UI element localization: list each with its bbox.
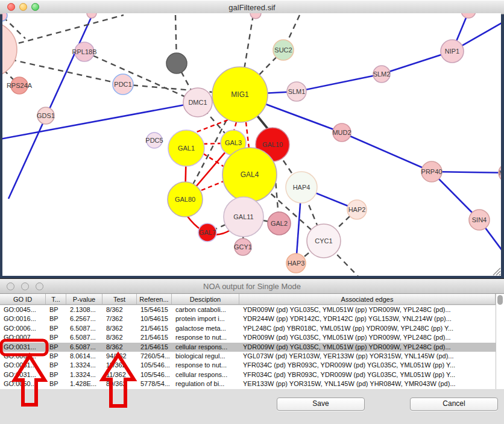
table-cell: BP: [46, 370, 66, 379]
table-row[interactable]: GO:0007...BP6.5087...8/36221/54615respon…: [0, 333, 496, 342]
node-label: SIN4: [472, 216, 487, 223]
table-cell: 21/54615: [137, 333, 172, 342]
node-label: PRP40: [421, 168, 443, 175]
node-label: HAP4: [293, 184, 310, 191]
table-cell: 94/362: [102, 352, 137, 361]
table-header: GO IDT...P-valueTestReferen...Desciption…: [0, 294, 496, 305]
table-cell: YFR034C (pd) YBR093C, YDR009W (pd) YGL03…: [239, 361, 496, 370]
node-label: PDC1: [114, 81, 131, 88]
node-unlabeled[interactable]: [166, 53, 187, 73]
table-cell: GO:0007...: [0, 333, 46, 342]
node-unlabeled[interactable]: [0, 10, 7, 21]
node-unlabeled[interactable]: [250, 8, 261, 19]
noa-window-title: NOA output for Single Mode: [203, 282, 301, 291]
column-header[interactable]: Desciption: [172, 294, 239, 304]
node-label: GDS1: [37, 112, 55, 119]
results-table: GO:0045...BP2.1308...8/36215/54615carbon…: [0, 305, 496, 389]
column-header[interactable]: T...: [46, 294, 66, 304]
window-controls-inactive: [7, 282, 43, 290]
zoom-icon[interactable]: [36, 282, 43, 290]
table-cell: 11/362: [102, 370, 137, 379]
vertical-scrollbar[interactable]: [496, 294, 504, 389]
node-label: GAL10: [262, 141, 283, 148]
table-row[interactable]: GO:0016...BP6.2567...7/36210/54615protei…: [0, 314, 496, 323]
table-cell: response to nut...: [172, 361, 239, 370]
table-cell: 1.428E...: [66, 379, 102, 388]
table-cell: 80/362: [102, 379, 137, 388]
table-cell: 8/362: [102, 305, 137, 314]
table-cell: BP: [46, 333, 66, 342]
node-label: GAL1: [178, 145, 195, 152]
table-cell: BP: [46, 305, 66, 314]
table-cell: response to nut...: [172, 333, 239, 342]
table-cell: 1.3324...: [66, 370, 102, 379]
table-cell: YGL073W (pd) YER103W, YER133W (pp) YOR31…: [239, 352, 496, 361]
table-cell: 7/362: [102, 314, 137, 323]
node-label: PDC5: [145, 137, 163, 144]
table-cell: YFR034C (pd) YBR093C, YDR009W (pd) YGL03…: [239, 370, 496, 379]
cancel-button[interactable]: Cancel: [410, 398, 498, 411]
table-cell: BP: [46, 352, 66, 361]
column-header[interactable]: Test: [102, 294, 137, 304]
table-row[interactable]: GO:0045...BP2.1308...8/36215/54615carbon…: [0, 305, 496, 314]
table-cell: 6.5087...: [66, 343, 102, 352]
table-row[interactable]: GO:0065...BP8.0614...94/3627260/54...bio…: [0, 352, 496, 361]
table-cell: carbon cataboli...: [172, 305, 239, 314]
dialog-footer: Save Cancel: [0, 389, 504, 424]
table-row[interactable]: GO:0050...BP1.428E...80/3625778/54...reg…: [0, 379, 496, 388]
network-edge: [203, 143, 221, 144]
node-label: CYC1: [315, 237, 332, 245]
table-row[interactable]: GO:0031...BP6.5087...8/36221/54615cellul…: [0, 343, 496, 352]
table-cell: 5778/54...: [137, 379, 172, 388]
node-label: GAL4: [241, 170, 259, 179]
table-cell: BP: [46, 314, 66, 323]
network-canvas[interactable]: RPL18BRPS24AGDS1PDC1MIG1SUC2SLM1DMC1NIP1…: [0, 0, 504, 279]
node-unlabeled[interactable]: [87, 8, 96, 18]
column-header[interactable]: Referen...: [137, 294, 172, 304]
scrollbar-thumb[interactable]: [497, 295, 503, 305]
table-cell: 1.3324...: [66, 361, 102, 370]
minimize-icon[interactable]: [21, 282, 29, 290]
table-cell: GO:0031...: [0, 343, 46, 352]
save-button[interactable]: Save: [277, 398, 365, 411]
node-label: SLM1: [288, 88, 306, 95]
table-cell: 6.2567...: [66, 314, 102, 323]
table-cell: YPL248C (pd) YBR018C, YML051W (pp) YDR00…: [239, 324, 496, 333]
table-cell: 6.5087...: [66, 333, 102, 342]
table-cell: 105/546...: [137, 361, 172, 370]
table-cell: 7260/54...: [137, 352, 172, 361]
node-label: MIG1: [231, 90, 249, 99]
table-cell: 21/54615: [137, 343, 172, 352]
table-cell: biological regul...: [172, 352, 239, 361]
column-header[interactable]: Associated edges: [239, 294, 496, 304]
table-cell: GO:0016...: [0, 314, 46, 323]
node-unlabeled[interactable]: [461, 4, 476, 18]
node-label: MUD2: [332, 129, 351, 136]
noa-window-titlebar[interactable]: NOA output for Single Mode: [0, 279, 504, 294]
table-cell: 21/54615: [137, 324, 172, 333]
table-row[interactable]: GO:0031...BP1.3324...11/362105/546...res…: [0, 361, 496, 370]
table-row[interactable]: GO:0031...BP1.3324...11/362105/546...cel…: [0, 370, 496, 379]
table-cell: BP: [46, 361, 66, 370]
table-cell: GO:0031...: [0, 361, 46, 370]
table-row[interactable]: GO:0006...BP6.5087...8/36221/54615galact…: [0, 324, 496, 333]
column-header[interactable]: P-value: [66, 294, 102, 304]
table-cell: YER133W (pp) YOR315W, YNL145W (pd) YHR08…: [239, 379, 496, 388]
table-cell: 15/54615: [137, 305, 172, 314]
table-cell: YDR244W (pp) YDR142C, YDR142C (pp) YGL15…: [239, 314, 496, 323]
network-window: galFiltered.sif RPL18BRPS24AGDS1PDC1MIG1…: [0, 0, 504, 279]
node-label: MS: [499, 169, 504, 176]
node-label: GCY1: [234, 243, 252, 251]
column-header[interactable]: GO ID: [0, 294, 46, 304]
node-label: GAL3: [225, 139, 242, 146]
close-icon[interactable]: [7, 282, 14, 290]
node-label: HAP3: [288, 260, 305, 267]
table-cell: YDR009W (pd) YGL035C, YML051W (pp) YDR00…: [239, 305, 496, 314]
table-cell: BP: [46, 379, 66, 388]
table-cell: 6.5087...: [66, 324, 102, 333]
table-cell: 8/362: [102, 333, 137, 342]
noa-output-window: NOA output for Single Mode GO IDT...P-va…: [0, 278, 504, 424]
table-cell: BP: [46, 343, 66, 352]
node-label: RPS24A: [7, 82, 33, 89]
table-cell: YDR009W (pd) YGL035C, YML051W (pp) YDR00…: [239, 343, 496, 352]
